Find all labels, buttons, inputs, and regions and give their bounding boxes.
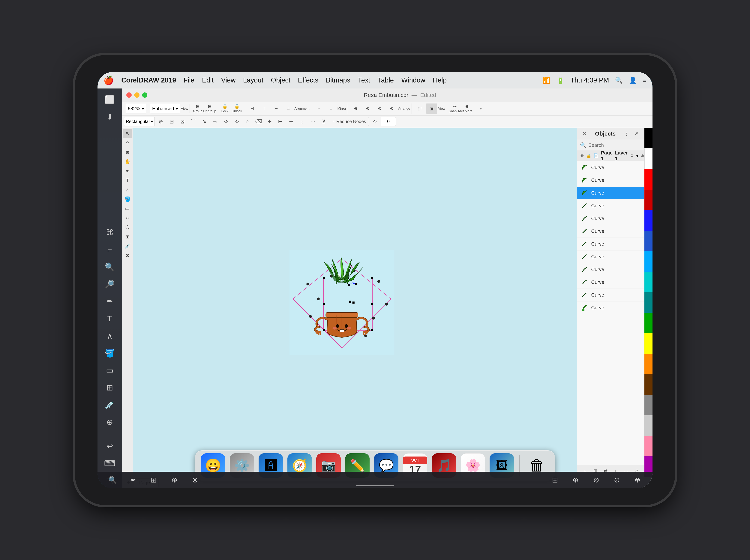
menu-effects[interactable]: Effects bbox=[298, 76, 318, 84]
layer-settings-icon[interactable]: ⚙ bbox=[630, 153, 634, 159]
text-tool[interactable]: T bbox=[123, 176, 132, 185]
node-btn15[interactable]: ⋯ bbox=[308, 117, 318, 126]
color-black[interactable] bbox=[645, 128, 652, 148]
menu-file[interactable]: File bbox=[183, 76, 194, 84]
sidebar-keyboard-icon[interactable]: ⌨ bbox=[102, 456, 117, 471]
zoom-tool[interactable]: ⊕ bbox=[123, 148, 132, 157]
node-btn2[interactable]: ⊟ bbox=[167, 117, 176, 126]
node-btn6[interactable]: ⊸ bbox=[210, 117, 220, 126]
color-blue[interactable] bbox=[645, 210, 652, 231]
reduce-nodes-button[interactable]: ≈ Reduce Nodes bbox=[330, 117, 369, 126]
touch-r4-button[interactable]: ⊙ bbox=[609, 474, 624, 485]
color-cyan[interactable] bbox=[645, 272, 652, 292]
object-item-12[interactable]: Curve bbox=[577, 301, 644, 314]
menu-table[interactable]: Table bbox=[378, 76, 394, 84]
sidebar-grid-icon[interactable]: ⊞ bbox=[102, 380, 117, 395]
object-item-2[interactable]: Curve bbox=[577, 174, 644, 187]
color-brightblue[interactable] bbox=[645, 251, 652, 272]
color-orange[interactable] bbox=[645, 354, 652, 374]
layer-page-icon[interactable]: 📄 bbox=[594, 153, 599, 159]
sidebar-import-icon[interactable]: ⬇ bbox=[102, 109, 117, 124]
eyedrop-tool[interactable]: 💉 bbox=[123, 242, 132, 251]
search-menu-icon[interactable]: 🔍 bbox=[615, 77, 623, 84]
arrange-btn2[interactable]: ⊗ bbox=[362, 103, 373, 114]
touch-x-button[interactable]: ⊗ bbox=[188, 474, 202, 485]
sidebar-undo-icon[interactable]: ↩ bbox=[102, 439, 117, 454]
arrange-btn4[interactable]: ⊛ bbox=[386, 103, 397, 114]
mirror-h-button[interactable]: ↔ bbox=[313, 103, 324, 114]
sidebar-pen-icon[interactable]: ✒ bbox=[102, 294, 117, 309]
object-item-5[interactable]: Curve bbox=[577, 212, 644, 225]
layer-more-icon[interactable]: ⊕ bbox=[641, 153, 644, 159]
lock-layer-icon[interactable]: 🔒 bbox=[586, 153, 591, 159]
expand-toolbar-button[interactable]: » bbox=[475, 103, 486, 114]
menu-layout[interactable]: Layout bbox=[243, 76, 263, 84]
color-pink[interactable] bbox=[645, 436, 652, 456]
objects-expand-icon[interactable]: ⤢ bbox=[632, 129, 640, 138]
menu-window[interactable]: Window bbox=[401, 76, 425, 84]
object-item-4[interactable]: Curve bbox=[577, 199, 644, 212]
shape-mode-dropdown[interactable]: Rectangular ▾ bbox=[124, 117, 155, 126]
color-brown[interactable] bbox=[645, 374, 652, 395]
lock-button[interactable]: 🔒 Lock bbox=[219, 103, 231, 114]
menu-edit[interactable]: Edit bbox=[202, 76, 214, 84]
sidebar-fill-icon[interactable]: 🪣 bbox=[102, 346, 117, 361]
node-btn12[interactable]: ⊢ bbox=[275, 117, 285, 126]
node-btn16[interactable]: ⊻ bbox=[319, 117, 329, 126]
fill-tool[interactable]: 🪣 bbox=[123, 195, 132, 204]
unlock-button[interactable]: 🔓 Unlock bbox=[231, 103, 242, 114]
sidebar-more-icon[interactable]: ⊕ bbox=[102, 415, 117, 430]
menu-bitmaps[interactable]: Bitmaps bbox=[326, 76, 350, 84]
view-mode-dropdown[interactable]: Enhanced ▾ bbox=[150, 104, 180, 114]
effects-tool[interactable]: ⊛ bbox=[123, 251, 132, 260]
color-gray[interactable] bbox=[645, 395, 652, 415]
close-objects-panel-button[interactable]: ✕ bbox=[581, 130, 588, 137]
touch-search-button[interactable]: 🔍 bbox=[105, 474, 120, 485]
objects-options-icon[interactable]: ⋮ bbox=[623, 129, 631, 138]
zoom-dropdown[interactable]: 682% ▾ bbox=[126, 104, 146, 114]
select-tool[interactable]: ↖ bbox=[123, 129, 132, 138]
node-btn3[interactable]: ⊠ bbox=[178, 117, 187, 126]
hamburger-icon[interactable]: ≡ bbox=[643, 77, 647, 84]
apple-logo-icon[interactable]: 🍎 bbox=[103, 75, 114, 85]
color-darkred[interactable] bbox=[645, 190, 652, 210]
user-menu-icon[interactable]: 👤 bbox=[629, 77, 637, 84]
menu-help[interactable]: Help bbox=[433, 76, 447, 84]
ungroup-button[interactable]: ⊟ Ungroup bbox=[204, 103, 215, 114]
node-btn7[interactable]: ↺ bbox=[221, 117, 231, 126]
align-left-button[interactable]: ⊣ bbox=[246, 103, 258, 114]
object-item-10[interactable]: Curve bbox=[577, 276, 644, 289]
color-red[interactable] bbox=[645, 169, 652, 189]
sidebar-zoom-out-icon[interactable]: 🔎 bbox=[102, 277, 117, 292]
object-item-3[interactable]: Curve bbox=[577, 187, 644, 199]
align-center-button[interactable]: ⊤ bbox=[258, 103, 270, 114]
object-item-8[interactable]: Curve bbox=[577, 251, 644, 263]
close-window-button[interactable] bbox=[126, 93, 132, 98]
node-btn10[interactable]: ⌫ bbox=[254, 117, 263, 126]
objects-search-input[interactable] bbox=[588, 142, 649, 148]
node-btn13[interactable]: ⊣ bbox=[286, 117, 296, 126]
object-item-9[interactable]: Curve bbox=[577, 263, 644, 276]
up-arrow-tool[interactable]: ∧ bbox=[123, 186, 132, 194]
color-yellow[interactable] bbox=[645, 333, 652, 354]
color-teal[interactable] bbox=[645, 292, 652, 313]
touch-pen-button[interactable]: ✒ bbox=[126, 474, 141, 485]
angle-input[interactable] bbox=[381, 117, 396, 126]
color-lightgray[interactable] bbox=[645, 415, 652, 436]
align-top-button[interactable]: ⊥ bbox=[282, 103, 294, 114]
curve-tool[interactable]: ✒ bbox=[123, 167, 132, 176]
canvas-area[interactable] bbox=[133, 128, 577, 477]
rect-tool[interactable]: ▭ bbox=[123, 204, 132, 213]
touch-r1-button[interactable]: ⊟ bbox=[548, 474, 562, 485]
sidebar-text-icon[interactable]: T bbox=[102, 311, 117, 326]
minimize-window-button[interactable] bbox=[134, 93, 139, 98]
visibility-icon[interactable]: 👁 bbox=[580, 153, 584, 159]
pan-tool[interactable]: ✋ bbox=[123, 158, 132, 166]
sidebar-hook-icon[interactable]: ⌐ bbox=[102, 242, 117, 257]
poly-tool[interactable]: ⬡ bbox=[123, 223, 132, 232]
menu-object[interactable]: Object bbox=[271, 76, 291, 84]
object-item-6[interactable]: Curve bbox=[577, 225, 644, 238]
mirror-v-button[interactable]: ↕ bbox=[325, 103, 337, 114]
align-right-button[interactable]: ⊢ bbox=[270, 103, 282, 114]
object-item-11[interactable]: Curve bbox=[577, 289, 644, 301]
